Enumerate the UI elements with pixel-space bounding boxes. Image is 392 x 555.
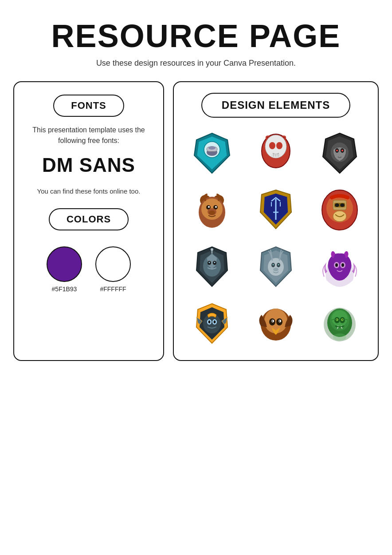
color-item-white: #FFFFFF: [95, 246, 131, 293]
color-hex-purple: #5F1B93: [52, 285, 77, 293]
svg-point-79: [272, 321, 273, 322]
svg-point-59: [278, 264, 279, 266]
icon-purple-wolf: [310, 241, 370, 293]
svg-point-52: [211, 248, 213, 251]
icon-wizard-shield: [182, 241, 242, 293]
svg-point-74: [264, 309, 287, 333]
svg-point-20: [341, 150, 343, 151]
svg-point-68: [203, 314, 221, 333]
color-swatch-purple: [47, 246, 82, 282]
icon-dark-cobra: [310, 127, 370, 179]
page-title: RESOURCE PAGE: [51, 18, 341, 54]
svg-point-27: [208, 206, 210, 208]
colors-row: #5F1B93 #FFFFFF: [47, 246, 131, 293]
svg-point-9: [276, 142, 282, 149]
page-subtitle: Use these design resources in your Canva…: [96, 59, 296, 68]
svg-point-72: [214, 321, 216, 324]
icon-deer-shield: [246, 241, 306, 293]
icon-trident-shield: [246, 184, 306, 236]
svg-point-91: [333, 333, 346, 341]
svg-point-80: [279, 321, 280, 322]
fonts-find-text: You can find these fonts online too.: [37, 186, 141, 197]
svg-point-28: [215, 206, 217, 208]
svg-point-71: [208, 321, 211, 324]
colors-label: COLORS: [49, 208, 129, 230]
icon-green-snake: [310, 298, 370, 349]
icon-spartan: [310, 184, 370, 236]
svg-point-65: [341, 263, 344, 267]
right-panel: DESIGN ELEMENTS: [173, 81, 379, 361]
fonts-label: FONTS: [53, 95, 124, 117]
svg-point-64: [335, 263, 338, 267]
fonts-description: This presentation template uses the foll…: [25, 125, 153, 146]
color-item-purple: #5F1B93: [47, 246, 82, 293]
color-hex-white: #FFFFFF: [100, 285, 126, 293]
svg-point-41: [335, 203, 339, 207]
svg-point-84: [332, 310, 348, 326]
icon-eagle: [246, 298, 306, 349]
left-panel: FONTS This presentation template uses th…: [13, 81, 164, 361]
icons-grid: [182, 127, 370, 349]
svg-point-19: [336, 150, 338, 151]
svg-point-50: [214, 262, 216, 263]
svg-point-60: [273, 268, 278, 271]
icon-teal-ninja: [182, 127, 242, 179]
svg-point-30: [209, 210, 215, 215]
svg-point-5: [208, 146, 216, 150]
design-elements-label: DESIGN ELEMENTS: [201, 93, 350, 118]
icon-warrior-gold: [182, 298, 242, 349]
svg-point-8: [269, 142, 275, 149]
icon-bear: [182, 184, 242, 236]
font-name-display: DM SANS: [42, 154, 135, 176]
svg-point-49: [209, 262, 210, 263]
icon-red-skull: [246, 127, 306, 179]
color-swatch-white: [95, 246, 131, 282]
svg-point-58: [273, 264, 274, 266]
svg-point-42: [340, 203, 345, 207]
